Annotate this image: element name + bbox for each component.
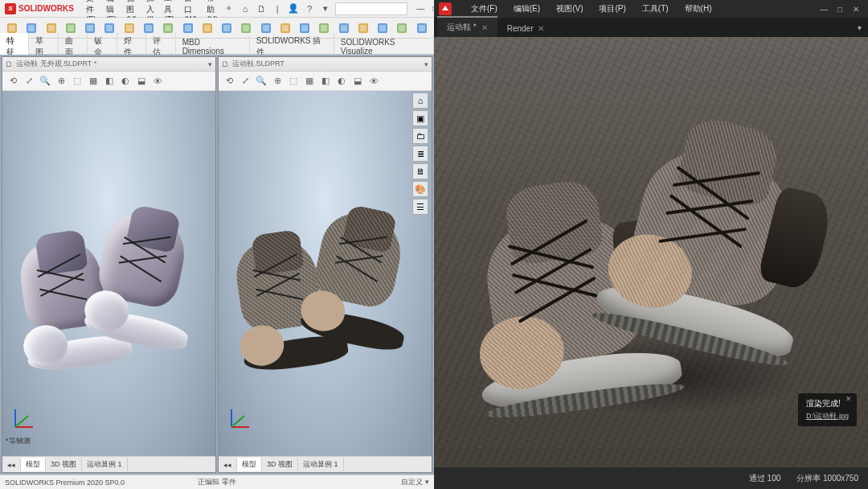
triad-icon — [10, 405, 38, 432]
view-tool-2[interactable]: 🔍 — [38, 74, 52, 88]
view-tool-7[interactable]: ◐ — [334, 74, 349, 88]
svg-rect-43 — [419, 25, 425, 31]
view-tool-8[interactable]: ⬓ — [350, 74, 365, 88]
tab-nav-prev[interactable]: ◂◂ — [219, 459, 237, 471]
view-tool-6[interactable]: ◧ — [318, 74, 333, 88]
tab-close-icon[interactable]: ✕ — [481, 23, 488, 32]
view-tool-8[interactable]: ⬓ — [134, 74, 149, 88]
list-icon[interactable]: ☰ — [412, 199, 428, 215]
vis-menu-帮助(H)[interactable]: 帮助(H) — [677, 0, 720, 18]
vis-menu-视图(V)[interactable]: 视图(V) — [548, 0, 591, 18]
feature-tool-21[interactable] — [413, 19, 431, 37]
vis-menu-文件(F)[interactable]: 文件(F) — [463, 0, 506, 18]
vis-doc-tab-0[interactable]: 运动鞋 *✕ — [437, 16, 497, 37]
view-tool-6[interactable]: ◧ — [102, 74, 117, 88]
home-icon[interactable]: ⌂ — [239, 2, 252, 15]
svg-rect-29 — [282, 25, 289, 31]
svg-rect-13 — [126, 25, 133, 31]
feature-tool-9[interactable] — [178, 19, 196, 37]
vis-render-viewport[interactable]: ✕ 渲染完成! D:\运动鞋.jpg — [434, 37, 868, 466]
home-icon[interactable]: ⌂ — [412, 92, 428, 109]
side-toolbar: ⌂▣🗀≣🗎🎨☰ — [412, 92, 430, 215]
view-tool-4[interactable]: ⬚ — [70, 74, 84, 88]
maximize-button[interactable]: □ — [834, 3, 845, 14]
svg-rect-7 — [68, 25, 74, 31]
feature-tool-18[interactable] — [354, 19, 372, 37]
view-tool-5[interactable]: ▦ — [86, 74, 100, 88]
status-center: 正编辑 零件 — [198, 477, 236, 487]
vis-menu-项目(P)[interactable]: 项目(P) — [591, 0, 633, 18]
vis-menu-编辑(E)[interactable]: 编辑(E) — [506, 0, 548, 18]
tab-close-icon[interactable]: ✕ — [538, 24, 544, 33]
svg-rect-3 — [28, 25, 35, 31]
viewport[interactable]: ⌂▣🗀≣🗎🎨☰ — [219, 91, 432, 456]
sw-brand: SOLIDWORKS — [18, 4, 74, 13]
doc-tab-0[interactable]: 模型 — [21, 458, 46, 471]
feature-tool-19[interactable] — [374, 19, 391, 37]
view-tool-1[interactable]: ⤢ — [22, 74, 36, 88]
model-preview — [13, 214, 206, 391]
doc-tab-2[interactable]: 运动算例 1 — [298, 458, 344, 471]
shoe-right — [594, 103, 853, 380]
view-tool-0[interactable]: ⟲ — [222, 74, 236, 88]
view-tool-4[interactable]: ⬚ — [286, 74, 301, 88]
minimize-button[interactable]: — — [818, 3, 829, 14]
svg-rect-19 — [185, 25, 191, 31]
search-input[interactable] — [335, 2, 407, 15]
folder-icon[interactable]: 🗀 — [412, 128, 428, 144]
view-tool-3[interactable]: ⊕ — [54, 74, 68, 88]
view-tool-2[interactable]: 🔍 — [254, 74, 268, 88]
feature-tool-17[interactable] — [335, 19, 353, 37]
tab-nav-prev[interactable]: ◂◂ — [2, 459, 21, 471]
doc-icon: 🗋 — [6, 60, 13, 68]
note-icon[interactable]: 🗎 — [412, 163, 428, 179]
user-icon[interactable]: 👤 — [287, 2, 300, 15]
help-icon[interactable]: ? — [303, 2, 316, 15]
view-tool-7[interactable]: ◐ — [118, 74, 133, 88]
model-preview — [229, 214, 422, 391]
vis-doc-tab-1[interactable]: Render✕ — [497, 20, 555, 37]
view-tool-3[interactable]: ⊕ — [270, 74, 285, 88]
triad-icon — [227, 405, 254, 432]
document-0: 🗋运动鞋 无外观.SLDPRT *▾⟲⤢🔍⊕⬚▦◧◐⬓👁*等轴测◂◂模型3D 视… — [2, 56, 216, 473]
doc-tab-0[interactable]: 模型 — [237, 458, 262, 471]
dropdown-icon[interactable]: ▾ — [319, 2, 332, 15]
view-tool-1[interactable]: ⤢ — [238, 74, 252, 88]
toast-path[interactable]: D:\运动鞋.jpg — [806, 411, 849, 421]
doc-close-icon[interactable]: ▾ — [424, 60, 428, 68]
view-tool-0[interactable]: ⟲ — [6, 74, 20, 88]
cube-icon[interactable]: ▣ — [412, 110, 428, 126]
view-toolbar: ⟲⤢🔍⊕⬚▦◧◐⬓👁 — [2, 72, 215, 91]
view-tool-9[interactable]: 👁 — [366, 74, 381, 88]
feature-tool-10[interactable] — [199, 19, 216, 37]
sw-ribbon-tabs: 特征草图曲面钣金焊件评估MBD DimensionsSOLIDWORKS 插件S… — [0, 39, 434, 55]
doc-bottom-tabs: ◂◂模型3D 视图运动算例 1 — [219, 456, 432, 472]
doc-close-icon[interactable]: ▾ — [208, 60, 212, 68]
tabstrip-dropdown-icon[interactable]: ▾ — [854, 22, 865, 33]
vis-statusbar: 通过 100 分辨率 1000x750 — [434, 466, 868, 489]
toast-close-icon[interactable]: ✕ — [845, 395, 854, 403]
feature-tool-11[interactable] — [218, 19, 235, 37]
minimize-button[interactable]: — — [416, 4, 425, 14]
close-button[interactable]: ✕ — [850, 3, 862, 14]
doc-tab-1[interactable]: 3D 视图 — [262, 458, 298, 471]
status-right[interactable]: 自定义 ▾ — [401, 477, 429, 487]
sw-quick-access: ⌂ 🗋 | 👤 ? ▾ — [235, 2, 411, 15]
svg-rect-17 — [165, 25, 171, 31]
sw-logo: S SOLIDWORKS — [0, 3, 79, 14]
document-1: 🗋运动鞋.SLDPRT▾⟲⤢🔍⊕⬚▦◧◐⬓👁⌂▣🗀≣🗎🎨☰◂◂模型3D 视图运动… — [218, 56, 432, 473]
view-tool-5[interactable]: ▦ — [302, 74, 317, 88]
layers-icon[interactable]: ≣ — [412, 146, 428, 162]
doc-icon: 🗋 — [222, 60, 229, 68]
svg-rect-31 — [301, 25, 308, 31]
new-doc-icon[interactable]: 🗋 — [255, 2, 268, 15]
doc-tab-2[interactable]: 运动算例 1 — [82, 458, 128, 471]
sw-logo-icon: S — [5, 3, 16, 14]
view-tool-9[interactable]: 👁 — [150, 74, 165, 88]
vis-menu-工具(T)[interactable]: 工具(T) — [634, 0, 677, 18]
palette-icon[interactable]: 🎨 — [412, 181, 428, 197]
doc-tab-1[interactable]: 3D 视图 — [46, 458, 82, 471]
rendered-shoes — [474, 125, 828, 430]
feature-tool-20[interactable] — [393, 19, 411, 37]
viewport[interactable]: *等轴测 — [2, 91, 215, 456]
